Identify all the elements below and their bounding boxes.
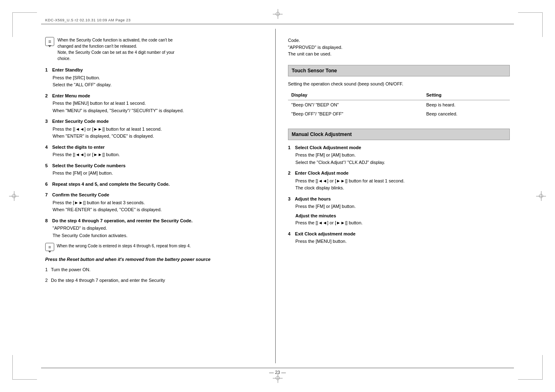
crop-mark xyxy=(12,12,37,13)
footer-rule xyxy=(41,368,514,368)
manual-clock-section: Manual Clock Adjustment 1 Select Clock A… xyxy=(288,129,510,245)
right-line2: "APPROVED" is displayed. xyxy=(288,44,510,51)
step-7: 7 Confirm the Security Code Press the [►… xyxy=(45,191,267,213)
reset-step-1-number: 1 xyxy=(45,266,51,273)
clock-step-3-heading: Adjust the hours xyxy=(295,196,331,201)
table-row: "Beep ON"/ "BEEP ON" Beep is heard. xyxy=(288,100,510,109)
clock-step-4: 4 Exit Clock adjustment mode Press the [… xyxy=(288,231,510,245)
step-8: 8 Do the step 4 through 7 operation, and… xyxy=(45,217,267,239)
page-container: KDC-X569_U.S r2 02.10.31 10:09 AM Page 2… xyxy=(0,0,555,392)
clock-step-2-number: 2 xyxy=(288,170,294,177)
table-cell-setting-1: Beep is heard. xyxy=(423,100,510,109)
touch-sensor-heading: Touch Sensor Tone xyxy=(288,65,510,76)
clock-step-3-number: 3 xyxy=(288,196,294,203)
step-3-line1: Press the [|◄◄] or [►►|] button for at l… xyxy=(53,126,267,133)
clock-step-2-line2: The clock display blinks. xyxy=(295,184,510,191)
reset-step-1: 1 Turn the power ON. xyxy=(45,266,267,273)
reg-mark-top xyxy=(273,9,283,19)
step-6-number: 6 xyxy=(45,181,51,188)
right-top-text: Code. "APPROVED" is displayed. The unit … xyxy=(288,37,510,58)
note-line4: choice. xyxy=(58,56,71,61)
table-row: "Beep OFF"/ "BEEP OFF" Beep canceled. xyxy=(288,109,510,119)
crop-mark xyxy=(12,12,13,37)
touch-sensor-description: Setting the operation check sound (beep … xyxy=(288,81,510,88)
step-2-heading: Enter Menu mode xyxy=(52,93,90,98)
step-2-line1: Press the [MENU] button for at least 1 s… xyxy=(53,100,267,107)
step-8-line2: The Security Code function activates. xyxy=(53,232,267,239)
step-1-line1: Press the [SRC] button. xyxy=(53,74,267,81)
step-4-number: 4 xyxy=(45,144,51,151)
step-7-line2: When "RE-ENTER" is displayed, "CODE" is … xyxy=(53,206,267,213)
table-col1-header: Display xyxy=(288,90,423,100)
table-cell-display-1: "Beep ON"/ "BEEP ON" xyxy=(288,100,423,109)
crop-mark xyxy=(12,355,13,380)
header-text: KDC-X569_U.S r2 02.10.31 10:09 AM Page 2… xyxy=(45,18,131,22)
inline-note: ≡ When the wrong Code is entered in step… xyxy=(45,243,267,251)
table-col2-header: Setting xyxy=(423,90,510,100)
step-4-line1: Press the [|◄◄] or [►►|] button. xyxy=(53,151,267,158)
bold-italic-heading: Press the Reset button and when it's rem… xyxy=(45,256,267,263)
step-2-line2: When "MENU" is displayed, "Security"/ "S… xyxy=(53,107,267,114)
clock-step-2-line1: Press the [|◄◄] or [►►|] button for at l… xyxy=(295,178,510,184)
step-2-number: 2 xyxy=(45,92,51,99)
step-8-line1: "APPROVED" is displayed. xyxy=(53,225,267,232)
clock-step-4-line1: Press the [MENU] button. xyxy=(295,238,510,245)
step-7-number: 7 xyxy=(45,191,51,198)
step-5: 5 Select the Security Code numbers Press… xyxy=(45,162,267,177)
step-3-number: 3 xyxy=(45,118,51,125)
table-cell-display-2: "Beep OFF"/ "BEEP OFF" xyxy=(288,109,423,119)
step-4: 4 Select the digits to enter Press the [… xyxy=(45,144,267,158)
note-line2: changed and the function can't be releas… xyxy=(58,44,137,48)
crop-mark xyxy=(518,379,543,380)
step-7-line1: Press the [►►|] button for at least 3 se… xyxy=(53,199,267,206)
touch-sensor-section: Touch Sensor Tone Setting the operation … xyxy=(288,65,510,119)
clock-step-1-number: 1 xyxy=(288,144,294,151)
clock-step-2: 2 Enter Clock Adjust mode Press the [|◄◄… xyxy=(288,170,510,191)
left-column: When the Security Code function is activ… xyxy=(41,29,271,363)
right-line3: The unit can be used. xyxy=(288,51,510,58)
note-icon xyxy=(45,37,54,46)
content-area: When the Security Code function is activ… xyxy=(41,29,514,363)
reset-step-1-text: Turn the power ON. xyxy=(51,266,90,273)
clock-step-3-line1: Press the [FM] or [AM] button. xyxy=(295,203,510,210)
step-2: 2 Enter Menu mode Press the [MENU] butto… xyxy=(45,92,267,114)
right-column: Code. "APPROVED" is displayed. The unit … xyxy=(280,29,514,363)
right-line1: Code. xyxy=(288,37,510,44)
reg-mark-left xyxy=(9,191,19,201)
inline-note-icon: ≡ xyxy=(45,243,54,251)
step-1-heading: Enter Standby xyxy=(52,67,83,72)
step-3-heading: Enter Security Code mode xyxy=(52,119,109,124)
sensor-table: Display Setting "Beep ON"/ "BEEP ON" Bee… xyxy=(288,90,510,119)
step-4-heading: Select the digits to enter xyxy=(52,145,105,150)
step-8-heading: Do the step 4 through 7 operation, and r… xyxy=(52,218,193,223)
note-line3: Note, the Security Code can be set as th… xyxy=(58,50,175,55)
step-5-heading: Select the Security Code numbers xyxy=(52,163,126,168)
step-3-line2: When "ENTER" is displayed, "CODE" is dis… xyxy=(53,133,267,140)
crop-mark xyxy=(518,12,543,13)
reset-step-2-number: 2 xyxy=(45,277,51,284)
inline-note-text: When the wrong Code is entered in steps … xyxy=(57,243,191,249)
clock-step-1-line1: Press the [FM] or [AM] button. xyxy=(295,152,510,159)
clock-step-2-heading: Enter Clock Adjust mode xyxy=(295,171,348,175)
reg-mark-right xyxy=(536,191,546,201)
step-6-heading: Repeat steps 4 and 5, and complete the S… xyxy=(52,182,170,187)
reset-step-2-text: Do the step 4 through 7 operation, and e… xyxy=(51,277,165,284)
table-cell-setting-2: Beep canceled. xyxy=(423,109,510,119)
step-5-number: 5 xyxy=(45,162,51,169)
clock-step-4-heading: Exit Clock adjustment mode xyxy=(295,231,355,236)
clock-step-3-sub-heading: Adjust the minutes xyxy=(295,212,510,219)
step-1-line2: Select the "ALL OFF" display. xyxy=(53,81,267,88)
step-1: 1 Enter Standby Press the [SRC] button. … xyxy=(45,67,267,88)
top-note-box: When the Security Code function is activ… xyxy=(45,37,267,62)
clock-step-1: 1 Select Clock Adjustment mode Press the… xyxy=(288,144,510,166)
clock-step-3: 3 Adjust the hours Press the [FM] or [AM… xyxy=(288,196,510,226)
step-7-heading: Confirm the Security Code xyxy=(52,192,109,197)
step-6: 6 Repeat steps 4 and 5, and complete the… xyxy=(45,181,267,188)
page-number: — 23 — xyxy=(269,370,286,375)
step-1-number: 1 xyxy=(45,67,51,74)
step-5-line1: Press the [FM] or [AM] button. xyxy=(53,170,267,177)
crop-mark xyxy=(542,355,543,380)
manual-clock-heading: Manual Clock Adjustment xyxy=(288,129,510,140)
clock-step-3-sub-line1: Press the [|◄◄] or [►►|] button. xyxy=(295,219,510,226)
clock-step-1-heading: Select Clock Adjustment mode xyxy=(295,145,361,150)
